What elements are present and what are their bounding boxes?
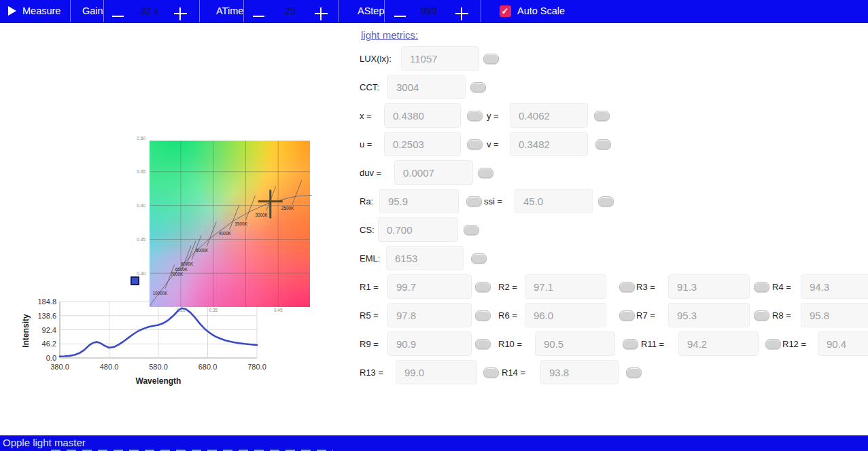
atime-decrease-button[interactable] — [251, 0, 266, 22]
cie-chart-overlay: 10000K7000K6500K6000K5000K4000K3500K3000… — [126, 132, 319, 316]
duv-toggle[interactable] — [478, 168, 493, 178]
x-toggle[interactable] — [467, 111, 483, 121]
blue-square-marker — [131, 276, 139, 285]
atime-increase-button[interactable] — [313, 0, 328, 22]
cct-label: 4000K — [219, 231, 232, 236]
r14-label: R14 = — [502, 367, 525, 378]
cct-input[interactable]: 3004 — [387, 75, 466, 99]
cs-toggle[interactable] — [464, 225, 479, 235]
cct-label: 7000K — [171, 272, 184, 276]
r13-label: R13 = — [360, 367, 383, 378]
measure-button[interactable]: Measure — [22, 0, 60, 22]
r9-toggle[interactable] — [475, 339, 491, 349]
r11-toggle[interactable] — [765, 339, 781, 349]
light-metrics-link[interactable]: light metrics: — [361, 29, 418, 41]
r4-label: R4 = — [772, 282, 791, 292]
r12-label: R12 = — [782, 339, 806, 349]
r14-toggle[interactable] — [626, 367, 642, 378]
astep-value: 999 — [413, 0, 445, 22]
y-toggle[interactable] — [594, 111, 610, 121]
spectrum-x-tick: 480.0 — [100, 363, 119, 371]
gain-value: 32 x — [133, 0, 166, 22]
r8-label: R8 = — [772, 310, 791, 321]
spectrum-y-axis-label: Intensity — [21, 314, 31, 348]
r8-input[interactable]: 95.8 — [801, 303, 868, 327]
y-input[interactable]: 0.4062 — [510, 103, 588, 128]
r9-label: R9 = — [360, 339, 379, 349]
y-label: y = — [487, 111, 499, 121]
r4-input[interactable]: 94.3 — [801, 274, 868, 299]
x-input[interactable]: 0.4380 — [384, 103, 461, 128]
eml-input[interactable]: 6153 — [386, 246, 464, 270]
v-input[interactable]: 0.3482 — [510, 132, 588, 156]
lux-input[interactable]: 11057 — [401, 46, 479, 71]
lux-label: LUX(lx): — [360, 54, 392, 64]
ra-label: Ra: — [360, 196, 373, 206]
plus-icon — [455, 7, 468, 20]
ra-input[interactable]: 95.9 — [379, 189, 459, 213]
v-toggle[interactable] — [595, 139, 611, 149]
u-label: u = — [360, 139, 372, 149]
r6-label: R6 = — [498, 310, 517, 321]
eml-toggle[interactable] — [471, 253, 487, 264]
cct-label: 5000K — [196, 248, 209, 253]
toolbar-separator — [243, 0, 244, 22]
ssi-toggle[interactable] — [598, 196, 614, 206]
spectrum-x-tick: 680.0 — [198, 363, 218, 371]
minus-icon — [112, 16, 124, 17]
r1-toggle[interactable] — [475, 282, 491, 292]
autoscale-label[interactable]: Auto Scale — [517, 0, 565, 22]
spectrum-x-tick: 380.0 — [50, 363, 69, 371]
atime-label: ATime — [216, 0, 243, 22]
toolbar-separator — [338, 0, 339, 22]
cie-x-tick: 0.35 — [209, 308, 218, 312]
r6-input[interactable]: 96.0 — [525, 303, 606, 327]
astep-label: AStep — [358, 0, 385, 22]
ra-toggle[interactable] — [466, 196, 482, 206]
toolbar-separator — [384, 0, 385, 22]
gain-decrease-button[interactable] — [110, 0, 125, 22]
r11-input[interactable]: 94.2 — [678, 331, 759, 356]
r3-toggle[interactable] — [754, 282, 769, 292]
r13-input[interactable]: 99.0 — [396, 360, 477, 384]
cct-toggle[interactable] — [470, 82, 486, 92]
minus-icon — [394, 16, 406, 17]
toolbar-separator — [103, 0, 104, 22]
cs-input[interactable]: 0.700 — [378, 217, 458, 242]
r7-toggle[interactable] — [754, 310, 769, 321]
r7-input[interactable]: 95.3 — [668, 303, 750, 327]
u-input[interactable]: 0.2503 — [384, 132, 461, 156]
r3-label: R3 = — [636, 282, 655, 292]
r9-input[interactable]: 90.9 — [387, 331, 472, 356]
cie-y-tick: 0.30 — [137, 271, 145, 276]
duv-label: duv = — [360, 168, 381, 178]
lux-toggle[interactable] — [483, 54, 499, 64]
cie-y-tick: 0.45 — [137, 169, 145, 174]
r10-input[interactable]: 90.5 — [535, 331, 615, 356]
gain-increase-button[interactable] — [173, 0, 188, 22]
duv-input[interactable]: 0.0007 — [394, 160, 473, 185]
ssi-input[interactable]: 45.0 — [515, 189, 593, 213]
r12-input[interactable]: 90.4 — [818, 331, 868, 356]
cie-chromaticity-chart: 10000K7000K6500K6000K5000K4000K3500K3000… — [126, 132, 319, 316]
u-toggle[interactable] — [467, 139, 483, 149]
r2-input[interactable]: 97.1 — [525, 274, 606, 299]
r5-toggle[interactable] — [475, 310, 491, 321]
v-label: v = — [487, 139, 499, 149]
atime-value: 25 — [274, 0, 307, 22]
astep-decrease-button[interactable] — [392, 0, 407, 22]
status-bar: Opple light master — [0, 435, 868, 451]
r6-toggle[interactable] — [619, 310, 635, 321]
r1-input[interactable]: 99.7 — [387, 274, 472, 299]
cs-label: CS: — [360, 225, 375, 235]
r10-toggle[interactable] — [623, 339, 638, 349]
r5-label: R5 = — [360, 310, 379, 321]
r2-toggle[interactable] — [619, 282, 635, 292]
r14-input[interactable]: 93.8 — [540, 360, 619, 384]
astep-increase-button[interactable] — [454, 0, 469, 22]
cct-label: 3000K — [256, 213, 268, 217]
r3-input[interactable]: 91.3 — [668, 274, 750, 299]
autoscale-checkbox[interactable] — [500, 5, 511, 17]
r13-toggle[interactable] — [483, 367, 499, 378]
r5-input[interactable]: 97.8 — [387, 303, 472, 327]
